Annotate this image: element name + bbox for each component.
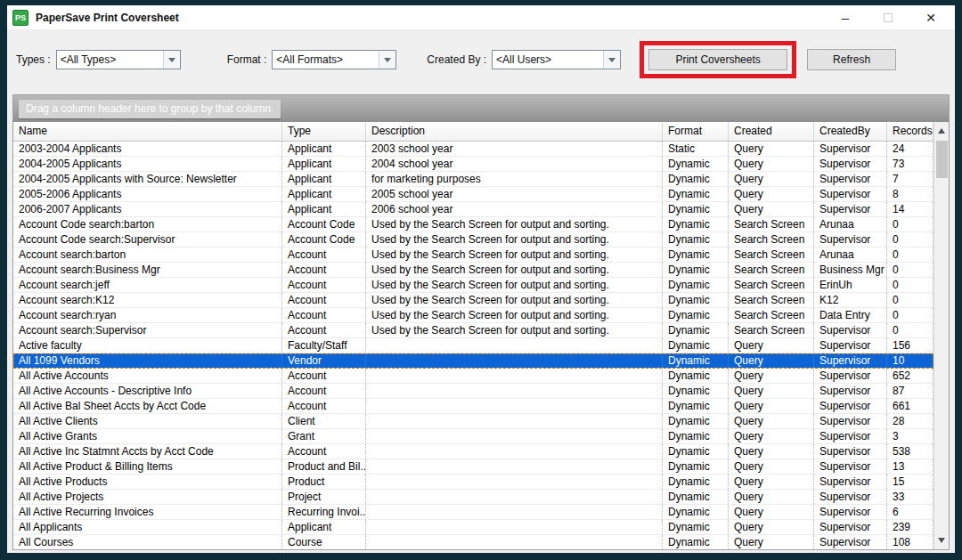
table-row[interactable]: Account search:K12AccountUsed by the Sea… <box>13 293 933 308</box>
table-cell: 652 <box>887 369 933 383</box>
table-row[interactable]: All Active ProjectsProjectDynamicQuerySu… <box>13 490 933 505</box>
refresh-button[interactable]: Refresh <box>807 49 896 70</box>
table-cell: Query <box>729 444 814 459</box>
grid-header-row: NameTypeDescriptionFormatCreatedCreatedB… <box>13 122 933 142</box>
column-header-created[interactable]: Created <box>729 122 814 141</box>
column-header-records[interactable]: Records <box>887 122 933 141</box>
table-row[interactable]: All Active Inc Statmnt Accts by Acct Cod… <box>13 444 933 459</box>
table-cell: 156 <box>887 338 933 353</box>
table-cell: Account <box>282 369 366 383</box>
table-row[interactable]: All Active ProductsProductDynamicQuerySu… <box>13 475 933 490</box>
table-row[interactable]: Account Code search:bartonAccount CodeUs… <box>13 217 933 232</box>
table-row[interactable]: 2005-2006 ApplicantsApplicant2005 school… <box>13 187 933 202</box>
table-cell: Query <box>729 505 814 519</box>
table-cell: All Active Recurring Invoices <box>13 505 282 519</box>
table-cell: All Active Grants <box>13 429 282 443</box>
table-cell: 7 <box>887 172 933 186</box>
table-row[interactable]: Account search:jeffAccountUsed by the Se… <box>13 278 933 293</box>
close-button[interactable]: ✕ <box>921 9 941 27</box>
table-row[interactable]: All 1099 VendorsVendorDynamicQuerySuperv… <box>13 353 933 369</box>
table-row[interactable]: All Active ClientsClientDynamicQuerySupe… <box>13 414 933 429</box>
table-cell: Applicant <box>282 520 366 534</box>
table-cell: 2005 school year <box>366 187 663 201</box>
table-cell: Dynamic <box>663 490 729 504</box>
table-cell: All 1099 Vendors <box>13 353 282 368</box>
table-cell: 2006 school year <box>366 202 663 216</box>
scroll-up-button[interactable] <box>934 122 949 140</box>
chevron-down-icon <box>608 58 616 62</box>
table-cell: Search Screen <box>729 232 814 247</box>
table-row[interactable]: 2003-2004 ApplicantsApplicant2003 school… <box>13 142 933 157</box>
table-cell: 33 <box>887 490 933 504</box>
created-by-dropdown[interactable]: <All Users> <box>492 50 621 69</box>
scroll-down-button[interactable] <box>934 532 949 549</box>
scroll-down-icon <box>938 538 945 543</box>
table-cell: Account <box>282 263 366 277</box>
maximize-icon <box>884 13 893 22</box>
table-cell: 28 <box>887 414 933 428</box>
types-dropdown[interactable]: <All Types> <box>56 50 181 69</box>
table-cell: Dynamic <box>663 278 729 292</box>
table-row[interactable]: All Active Product & Billing ItemsProduc… <box>13 459 933 475</box>
vertical-scrollbar[interactable] <box>933 122 949 549</box>
table-cell: All Applicants <box>13 520 282 534</box>
table-row[interactable]: Active facultyFaculty/StaffDynamicQueryS… <box>13 338 933 353</box>
highlight-ring: Print Coversheets <box>640 41 796 78</box>
table-row[interactable]: All Active Recurring InvoicesRecurring I… <box>13 505 933 520</box>
column-header-createdby[interactable]: CreatedBy <box>814 122 887 141</box>
column-header-format[interactable]: Format <box>663 122 729 141</box>
column-header-description[interactable]: Description <box>366 122 663 141</box>
scroll-up-icon <box>938 128 945 134</box>
table-row[interactable]: 2004-2005 ApplicantsApplicant2004 school… <box>13 157 933 172</box>
table-cell: 13 <box>887 459 933 474</box>
table-row[interactable]: All ApplicantsApplicantDynamicQuerySuper… <box>13 520 933 535</box>
table-cell: Account <box>282 384 366 398</box>
table-cell: ErinUh <box>814 278 887 292</box>
table-cell: Dynamic <box>663 353 729 368</box>
group-panel-hint: Drag a column header here to group by th… <box>19 100 281 118</box>
maximize-button[interactable] <box>878 9 898 27</box>
table-cell: Query <box>729 459 814 474</box>
grid-scroll-area: NameTypeDescriptionFormatCreatedCreatedB… <box>13 122 949 549</box>
format-dropdown[interactable]: <All Formats> <box>272 50 396 69</box>
table-cell <box>366 429 663 443</box>
table-cell: Static <box>663 142 729 156</box>
table-cell: for marketing purposes <box>366 172 663 186</box>
created-by-dropdown-button[interactable] <box>603 51 620 69</box>
table-cell: Dynamic <box>663 369 729 383</box>
table-cell: Recurring Invoi... <box>282 505 366 519</box>
table-cell: Applicant <box>282 187 366 201</box>
types-dropdown-button[interactable] <box>163 51 180 69</box>
table-cell: Dynamic <box>663 384 729 398</box>
table-row[interactable]: All CoursesCourseDynamicQuerySupervisor1… <box>13 535 933 549</box>
table-row[interactable]: Account Code search:SupervisorAccount Co… <box>13 232 933 248</box>
column-header-type[interactable]: Type <box>282 122 366 141</box>
table-row[interactable]: Account search:bartonAccountUsed by the … <box>13 248 933 263</box>
app-window: PS PaperSave Print Coversheet – ✕ Types … <box>0 0 962 560</box>
column-header-name[interactable]: Name <box>13 122 282 141</box>
scrollbar-thumb[interactable] <box>936 141 948 178</box>
table-row[interactable]: All Active Bal Sheet Accts by Acct CodeA… <box>13 399 933 414</box>
table-row[interactable]: All Active Accounts - Descriptive InfoAc… <box>13 384 933 399</box>
table-cell: Account search:K12 <box>13 293 282 307</box>
table-row[interactable]: All Active AccountsAccountDynamicQuerySu… <box>13 369 933 384</box>
table-row[interactable]: 2006-2007 ApplicantsApplicant2006 school… <box>13 202 933 217</box>
minimize-button[interactable]: – <box>836 9 855 27</box>
table-row[interactable]: Account search:Business MgrAccountUsed b… <box>13 263 933 278</box>
group-by-panel[interactable]: Drag a column header here to group by th… <box>13 95 949 122</box>
scrollbar-track[interactable] <box>934 140 949 532</box>
table-cell: Dynamic <box>663 248 729 262</box>
table-row[interactable]: All Active GrantsGrantDynamicQuerySuperv… <box>13 429 933 444</box>
table-cell: Applicant <box>282 172 366 186</box>
title-bar: PS PaperSave Print Coversheet – ✕ <box>7 5 955 30</box>
coversheets-grid: Drag a column header here to group by th… <box>12 94 950 550</box>
table-cell: 0 <box>887 263 933 277</box>
format-dropdown-button[interactable] <box>379 51 395 69</box>
print-coversheets-button[interactable]: Print Coversheets <box>648 49 787 70</box>
table-row[interactable]: Account search:ryanAccountUsed by the Se… <box>13 308 933 323</box>
table-row[interactable]: Account search:SupervisorAccountUsed by … <box>13 323 933 338</box>
table-cell: Supervisor <box>814 202 887 216</box>
table-row[interactable]: 2004-2005 Applicants with Source: Newsle… <box>13 172 933 187</box>
table-cell: 2005-2006 Applicants <box>13 187 282 201</box>
table-cell <box>366 444 663 459</box>
